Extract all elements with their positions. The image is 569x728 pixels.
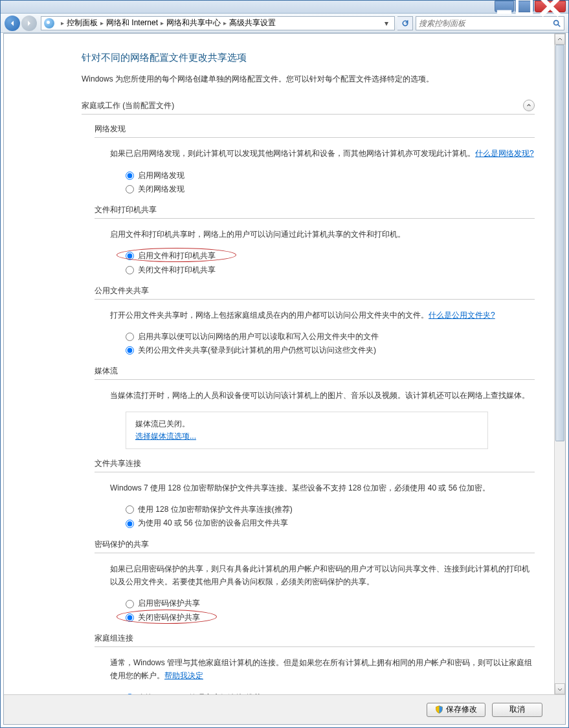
radio-group: 使用 128 位加密帮助保护文件共享连接(推荐) 为使用 40 或 56 位加密…	[126, 503, 535, 529]
section-title: 媒体流	[95, 366, 535, 380]
section-title: 公用文件夹共享	[95, 285, 535, 300]
breadcrumb[interactable]: 高级共享设置	[229, 17, 276, 28]
radio-enable-file-share[interactable]	[126, 252, 134, 260]
radio-label[interactable]: 关闭网络发现	[138, 183, 184, 195]
refresh-button[interactable]	[397, 16, 413, 30]
footer: 保存修改 取消	[4, 694, 554, 724]
toolbar: ▸ 控制面板 ▸ 网络和 Internet ▸ 网络和共享中心 ▸ 高级共享设置…	[1, 14, 568, 33]
radio-enable-public[interactable]	[126, 333, 134, 341]
section-desc: 如果已启用网络发现，则此计算机可以发现其他网络计算机和设备，而其他网络计算机亦可…	[110, 147, 535, 160]
help-link[interactable]: 什么是公用文件夹?	[429, 311, 495, 320]
content: 针对不同的网络配置文件更改共享选项 Windows 为您所使用的每个网络创建单独…	[3, 33, 566, 725]
radio-label[interactable]: 启用密码保护共享	[138, 597, 200, 610]
section-file-conn: 文件共享连接 Windows 7 使用 128 位加密帮助保护文件共享连接。某些…	[95, 458, 535, 530]
page-description: Windows 为您所使用的每个网络创建单独的网络配置文件。您可以针对每个配置文…	[82, 73, 535, 85]
chevron-right-icon: ▸	[223, 19, 227, 27]
section-public-folder: 公用文件夹共享 打开公用文件夹共享时，网络上包括家庭组成员在内的用户都可以访问公…	[95, 285, 535, 357]
section-title: 文件共享连接	[95, 458, 535, 472]
radio-label[interactable]: 关闭文件和打印机共享	[138, 264, 216, 276]
section-title: 文件和打印机共享	[95, 204, 535, 219]
radio-group: 启用密码保护共享 关闭密码保护共享	[126, 597, 535, 623]
radio-label[interactable]: 启用网络发现	[138, 170, 184, 182]
radio-label[interactable]: 启用共享以便可以访问网络的用户可以读取和写入公用文件夹中的文件	[138, 331, 379, 343]
radio-disable-password[interactable]	[126, 613, 134, 622]
address-bar[interactable]: ▸ 控制面板 ▸ 网络和 Internet ▸ 网络和共享中心 ▸ 高级共享设置…	[41, 16, 395, 30]
scroll-corner	[554, 694, 565, 724]
radio-label[interactable]: 关闭密码保护共享	[138, 612, 200, 624]
media-status: 媒体流已关闭。	[135, 419, 478, 430]
chevron-right-icon: ▸	[61, 19, 64, 27]
radio-label[interactable]: 为使用 40 或 56 位加密的设备启用文件共享	[138, 517, 288, 529]
radio-128bit[interactable]	[126, 505, 134, 514]
titlebar	[1, 1, 568, 14]
scrollbar[interactable]	[554, 34, 565, 694]
page-title: 针对不同的网络配置文件更改共享选项	[82, 52, 535, 64]
scroll-area: 针对不同的网络配置文件更改共享选项 Windows 为您所使用的每个网络创建单独…	[4, 34, 554, 694]
profile-header[interactable]: 家庭或工作 (当前配置文件)	[82, 100, 535, 115]
chevron-down-icon[interactable]: ▾	[381, 17, 392, 30]
chevron-right-icon: ▸	[100, 19, 104, 27]
help-link[interactable]: 帮助我决定	[164, 671, 203, 680]
section-desc: 启用文件和打印机共享时，网络上的用户可以访问通过此计算机共享的文件和打印机。	[110, 228, 535, 241]
cancel-label: 取消	[509, 704, 525, 715]
section-media-stream: 媒体流 当媒体流打开时，网络上的人员和设备便可以访问该计算机上的图片、音乐以及视…	[95, 366, 535, 448]
shield-icon	[435, 705, 443, 714]
cancel-button[interactable]: 取消	[492, 703, 542, 717]
window: ▸ 控制面板 ▸ 网络和 Internet ▸ 网络和共享中心 ▸ 高级共享设置…	[0, 0, 569, 728]
scroll-up-button[interactable]	[555, 34, 565, 45]
section-file-printer-sharing: 文件和打印机共享 启用文件和打印机共享时，网络上的用户可以访问通过此计算机共享的…	[95, 204, 535, 276]
search-input[interactable]	[419, 19, 552, 28]
section-network-discovery: 网络发现 如果已启用网络发现，则此计算机可以发现其他网络计算机和设备，而其他网络…	[95, 124, 535, 195]
section-desc: 如果已启用密码保护的共享，则只有具备此计算机的用户帐户和密码的用户才可以访问共享…	[110, 562, 535, 589]
radio-label[interactable]: 启用文件和打印机共享	[138, 250, 216, 262]
section-title: 密码保护的共享	[95, 539, 535, 553]
maximize-button[interactable]	[515, 1, 534, 12]
section-homegroup: 家庭组连接 通常，Windows 管理与其他家庭组计算机的连接。但是如果您在所有…	[95, 633, 535, 694]
radio-enable-password[interactable]	[126, 600, 134, 608]
collapse-button[interactable]	[523, 100, 535, 111]
back-button[interactable]	[5, 16, 20, 31]
close-button[interactable]	[535, 1, 566, 12]
save-button[interactable]: 保存修改	[427, 703, 485, 717]
save-label: 保存修改	[446, 704, 477, 715]
section-desc: 通常，Windows 管理与其他家庭组计算机的连接。但是如果您在所有计算机上拥有…	[110, 656, 535, 683]
section-desc: 打开公用文件夹共享时，网络上包括家庭组成员在内的用户都可以访问公用文件夹中的文件…	[110, 309, 535, 322]
section-desc: Windows 7 使用 128 位加密帮助保护文件共享连接。某些设备不支持 1…	[110, 481, 535, 494]
svg-rect-0	[497, 10, 511, 14]
help-link[interactable]: 什么是网络发现?	[475, 149, 534, 158]
radio-label[interactable]: 关闭公用文件夹共享(登录到此计算机的用户仍然可以访问这些文件夹)	[138, 344, 376, 357]
section-password-share: 密码保护的共享 如果已启用密码保护的共享，则只有具备此计算机的用户帐户和密码的用…	[95, 539, 535, 624]
scroll-down-button[interactable]	[555, 683, 565, 694]
window-controls	[494, 1, 566, 12]
radio-enable-discovery[interactable]	[126, 171, 134, 180]
breadcrumb[interactable]: 网络和 Internet	[106, 17, 158, 28]
breadcrumb[interactable]: 网络和共享中心	[166, 17, 221, 28]
location-icon	[44, 18, 54, 28]
radio-disable-public[interactable]	[126, 346, 134, 355]
breadcrumb[interactable]: 控制面板	[67, 17, 98, 28]
svg-rect-1	[517, 0, 531, 14]
forward-button[interactable]	[21, 16, 37, 31]
radio-disable-discovery[interactable]	[126, 185, 134, 193]
radio-disable-file-share[interactable]	[126, 266, 134, 274]
section-desc: 当媒体流打开时，网络上的人员和设备便可以访问该计算机上的图片、音乐以及视频。该计…	[110, 389, 535, 402]
scroll-thumb[interactable]	[555, 45, 564, 441]
profile-label: 家庭或工作 (当前配置文件)	[82, 100, 523, 111]
media-options-link[interactable]: 选择媒体流选项...	[135, 431, 478, 442]
minimize-button[interactable]	[495, 1, 514, 12]
chevron-right-icon: ▸	[161, 19, 164, 27]
radio-40-56bit[interactable]	[126, 520, 134, 528]
radio-label[interactable]: 使用 128 位加密帮助保护文件共享连接(推荐)	[138, 503, 293, 516]
radio-group: 启用文件和打印机共享 关闭文件和打印机共享	[126, 250, 535, 276]
radio-group: 启用共享以便可以访问网络的用户可以读取和写入公用文件夹中的文件 关闭公用文件夹共…	[126, 331, 535, 357]
section-title: 网络发现	[95, 124, 535, 138]
media-box: 媒体流已关闭。 选择媒体流选项...	[126, 412, 488, 449]
section-title: 家庭组连接	[95, 633, 535, 647]
radio-group: 启用网络发现 关闭网络发现	[126, 170, 535, 195]
